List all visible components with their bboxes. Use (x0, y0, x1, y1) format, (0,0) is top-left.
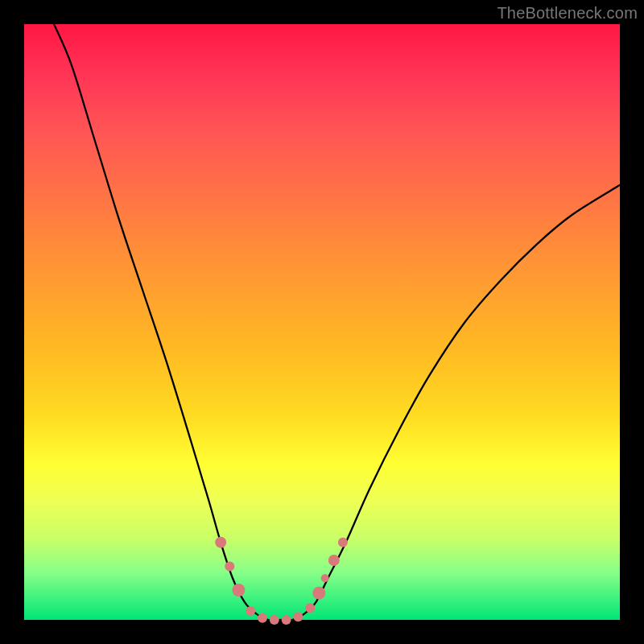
plot-area (24, 24, 620, 620)
curve-marker (321, 574, 329, 582)
curve-marker (312, 587, 325, 600)
curve-marker (293, 612, 303, 621)
curve-markers (215, 537, 348, 625)
curve-marker (215, 537, 226, 548)
watermark-label: TheBottleneck.com (497, 4, 638, 23)
chart-svg (24, 24, 620, 620)
curve-marker (305, 603, 315, 613)
bottleneck-curve (54, 24, 620, 621)
curve-marker (232, 584, 245, 597)
curve-marker (225, 561, 234, 571)
curve-marker (270, 615, 279, 625)
curve-marker (258, 613, 267, 623)
curve-marker (246, 606, 255, 616)
curve-marker (338, 538, 348, 547)
curve-marker (282, 615, 291, 625)
chart-container: TheBottleneck.com (0, 0, 644, 644)
curve-marker (328, 555, 340, 566)
